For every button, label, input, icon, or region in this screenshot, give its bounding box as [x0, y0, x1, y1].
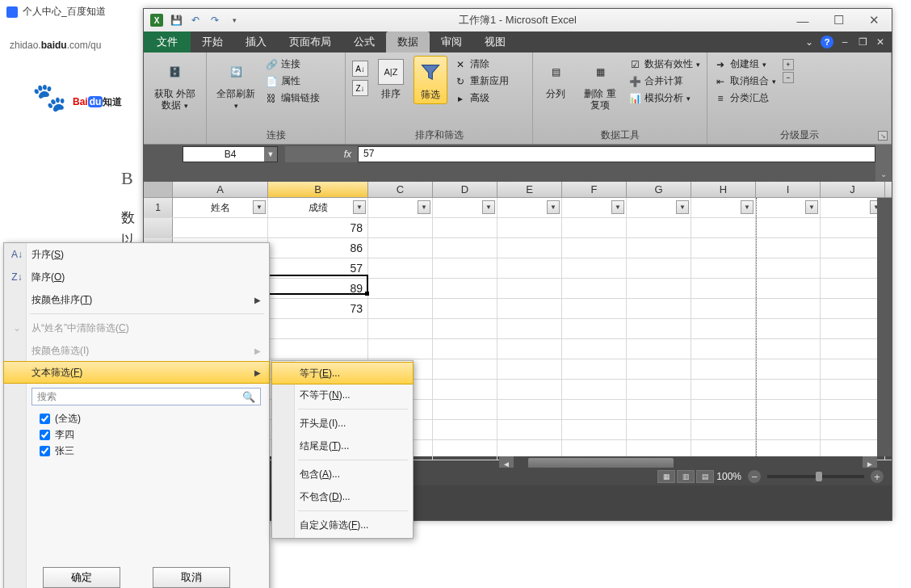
menu-text-filter[interactable]: 文本筛选(F)▶: [3, 361, 270, 384]
group-button[interactable]: ➜创建组 ▾: [714, 56, 776, 73]
col-header-I[interactable]: I: [756, 182, 821, 197]
hide-detail-icon[interactable]: −: [783, 72, 794, 83]
what-if-button[interactable]: 📊模拟分析 ▾: [628, 90, 700, 107]
ungroup-button[interactable]: ⇤取消组合 ▾: [714, 73, 776, 90]
col-header-J[interactable]: J: [821, 182, 885, 197]
dialog-launcher-icon[interactable]: ↘: [878, 131, 888, 141]
name-box-dropdown-icon[interactable]: ▼: [264, 147, 277, 162]
connections-button[interactable]: 🔗连接: [265, 56, 320, 73]
consolidate-button[interactable]: ➕合并计算: [628, 73, 700, 90]
zoom-level[interactable]: 100%: [716, 471, 741, 482]
tab-layout[interactable]: 页面布局: [278, 32, 342, 52]
fx-icon[interactable]: fx: [344, 149, 351, 160]
edit-links-button[interactable]: ⛓编辑链接: [265, 90, 320, 107]
tab-review[interactable]: 审阅: [430, 32, 473, 52]
cell-D1[interactable]: ▼: [433, 198, 497, 217]
col-header-G[interactable]: G: [627, 182, 691, 197]
tab-file[interactable]: 文件: [144, 32, 191, 52]
cell-J1[interactable]: ▼: [821, 198, 885, 217]
zoom-out-icon[interactable]: −: [748, 470, 761, 483]
filter-dropdown-I[interactable]: ▼: [805, 200, 818, 214]
filter-dropdown-F[interactable]: ▼: [611, 200, 624, 214]
mdi-close-icon[interactable]: ✕: [874, 36, 887, 48]
remove-duplicates-button[interactable]: ▦删除 重复项: [578, 56, 622, 114]
filter-dropdown-E[interactable]: ▼: [547, 200, 560, 214]
minimize-button[interactable]: —: [785, 9, 821, 32]
tab-home[interactable]: 开始: [191, 32, 234, 52]
maximize-button[interactable]: ☐: [821, 9, 856, 32]
submenu-contains[interactable]: 包含(A)...: [272, 463, 413, 485]
cell-G1[interactable]: ▼: [627, 198, 691, 217]
filter-search-input[interactable]: 搜索🔍: [31, 388, 261, 405]
menu-sort-asc[interactable]: A↓升序(S): [4, 243, 269, 266]
cell-B2[interactable]: 78: [268, 218, 368, 237]
show-detail-icon[interactable]: +: [783, 59, 794, 70]
cell-B5[interactable]: 89: [268, 279, 368, 298]
submenu-custom-filter[interactable]: 自定义筛选(F)...: [272, 514, 413, 536]
qat-redo-icon[interactable]: ↷: [208, 14, 221, 27]
help-icon[interactable]: ?: [821, 36, 833, 48]
cancel-button[interactable]: 取消: [153, 567, 230, 588]
zoom-in-icon[interactable]: +: [871, 470, 884, 483]
subtotal-button[interactable]: ≡分类汇总: [714, 90, 776, 107]
view-layout-icon[interactable]: ▥: [677, 470, 695, 483]
select-all-corner[interactable]: [144, 182, 173, 197]
mdi-minimize-icon[interactable]: –: [838, 36, 851, 48]
sort-desc-icon[interactable]: Z↓: [352, 80, 368, 96]
cell-I1[interactable]: ▼: [756, 198, 821, 217]
minimize-ribbon-icon[interactable]: ⌄: [803, 36, 816, 48]
cell-B1[interactable]: 成绩▼: [268, 198, 368, 217]
filter-dropdown-B[interactable]: ▼: [353, 200, 366, 214]
clear-filter-button[interactable]: ✕清除: [454, 56, 509, 73]
row-header-1[interactable]: 1: [144, 198, 173, 217]
zoom-slider[interactable]: [767, 475, 864, 478]
col-header-C[interactable]: C: [368, 182, 433, 197]
tab-data[interactable]: 数据: [386, 32, 430, 52]
filter-dropdown-D[interactable]: ▼: [482, 200, 495, 214]
filter-dropdown-A[interactable]: ▼: [253, 200, 266, 214]
chk-item-1[interactable]: 李四: [40, 426, 261, 443]
tab-view[interactable]: 视图: [473, 32, 517, 52]
expand-formula-bar[interactable]: ⌄: [875, 145, 892, 182]
submenu-begins-with[interactable]: 开头是(I)...: [272, 412, 413, 435]
ok-button[interactable]: 确定: [43, 567, 120, 588]
menu-sort-desc[interactable]: Z↓降序(O): [4, 266, 269, 288]
submenu-not-contains[interactable]: 不包含(D)...: [272, 485, 413, 508]
text-to-columns-button[interactable]: ▤分列: [539, 56, 572, 103]
qat-customize-icon[interactable]: ▾: [228, 14, 241, 27]
qat-undo-icon[interactable]: ↶: [189, 14, 202, 27]
mdi-restore-icon[interactable]: ❐: [856, 36, 869, 48]
data-validation-button[interactable]: ☑数据有效性 ▾: [628, 56, 700, 73]
view-pagebreak-icon[interactable]: ▤: [696, 470, 714, 483]
filter-dropdown-C[interactable]: ▼: [418, 200, 430, 214]
formula-input[interactable]: 57: [358, 146, 875, 162]
filter-button[interactable]: 筛选: [414, 56, 447, 104]
view-normal-icon[interactable]: ▦: [657, 470, 675, 483]
reapply-button[interactable]: ↻重新应用: [454, 73, 509, 90]
qat-save-icon[interactable]: 💾: [170, 14, 183, 27]
col-header-F[interactable]: F: [562, 182, 627, 197]
sort-button[interactable]: A|Z排序: [375, 56, 407, 103]
cell-B6[interactable]: 73: [268, 299, 368, 318]
cell-A1[interactable]: 姓名▼: [173, 198, 268, 217]
get-external-data-button[interactable]: 🗄️获取 外部数据 ▾: [150, 56, 199, 115]
sort-asc-icon[interactable]: A↓: [352, 61, 368, 77]
cell-B4[interactable]: 57: [268, 258, 368, 278]
tab-formula[interactable]: 公式: [342, 32, 386, 52]
properties-button[interactable]: 📄属性: [265, 73, 320, 90]
col-header-B[interactable]: B: [268, 182, 368, 197]
tab-insert[interactable]: 插入: [234, 32, 278, 52]
filter-dropdown-G[interactable]: ▼: [676, 200, 689, 214]
col-header-A[interactable]: A: [173, 182, 268, 197]
col-header-E[interactable]: E: [497, 182, 562, 197]
advanced-button[interactable]: ▸高级: [454, 90, 509, 107]
col-header-D[interactable]: D: [433, 182, 497, 197]
cell-C1[interactable]: ▼: [368, 198, 433, 217]
name-box[interactable]: B4▼: [183, 146, 278, 162]
submenu-ends-with[interactable]: 结尾是(T)...: [272, 435, 413, 457]
filter-dropdown-H[interactable]: ▼: [741, 200, 754, 214]
submenu-equals[interactable]: 等于(E)...: [271, 362, 414, 384]
submenu-not-equals[interactable]: 不等于(N)...: [272, 384, 413, 406]
cell-E1[interactable]: ▼: [497, 198, 562, 217]
close-button[interactable]: ✕: [856, 9, 892, 32]
